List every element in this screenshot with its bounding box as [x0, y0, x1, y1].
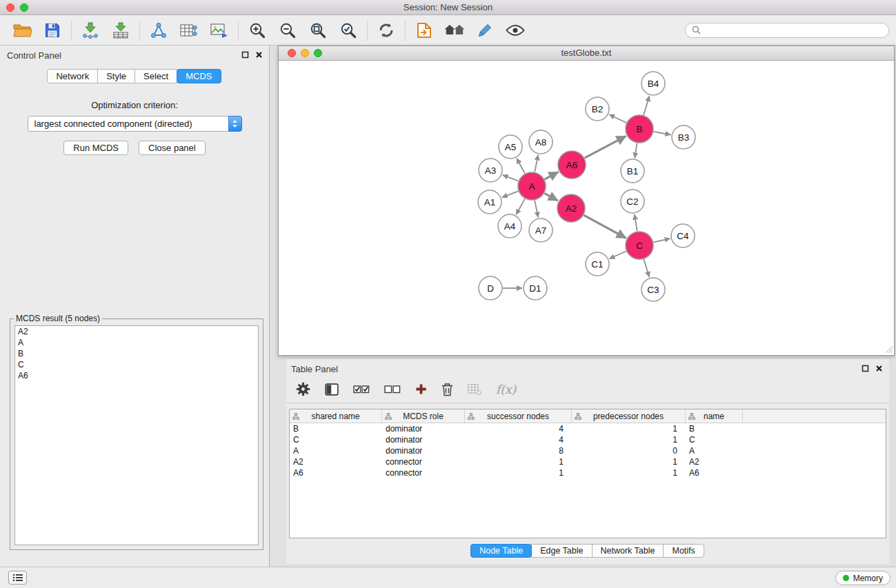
- table-cell[interactable]: C: [290, 435, 382, 445]
- graph-edge-C-C3[interactable]: [644, 259, 649, 277]
- mcds-result-item[interactable]: A2: [15, 326, 258, 337]
- graph-node-D[interactable]: D: [479, 276, 502, 300]
- graph-edge-A-A5[interactable]: [517, 159, 525, 174]
- select-columns-button[interactable]: [325, 383, 339, 396]
- refresh-view-button[interactable]: [371, 17, 401, 43]
- graph-node-B[interactable]: B: [626, 115, 653, 143]
- graph-edge-B-B1[interactable]: [635, 143, 637, 159]
- table-cell[interactable]: A2: [686, 457, 743, 467]
- graph-edge-C-C4[interactable]: [654, 239, 670, 242]
- graph-node-D1[interactable]: D1: [524, 276, 547, 300]
- search-input[interactable]: [704, 26, 882, 35]
- mcds-result-item[interactable]: C: [15, 359, 258, 370]
- graph-edge-C-C2[interactable]: [635, 214, 637, 232]
- import-network-from-file-button[interactable]: [75, 17, 106, 43]
- column-header-successor-nodes[interactable]: successor nodes: [465, 409, 572, 423]
- table-cell[interactable]: B: [686, 424, 743, 434]
- table-cell[interactable]: 4: [465, 424, 572, 434]
- float-table-panel-icon[interactable]: [862, 365, 869, 372]
- graph-edge-A-A4[interactable]: [516, 199, 525, 214]
- table-cell[interactable]: A: [290, 446, 382, 456]
- network-canvas[interactable]: AA2A6BCA1A3A4A5A7A8B1B2B3B4C1C2C3C4DD1: [279, 61, 894, 354]
- graph-edge-A-A2[interactable]: [544, 193, 558, 201]
- table-cell[interactable]: dominator: [382, 435, 465, 445]
- tab-mcds[interactable]: MCDS: [177, 69, 221, 83]
- hide-all-columns-button[interactable]: [384, 385, 401, 394]
- graph-node-B2[interactable]: B2: [586, 97, 609, 121]
- table-row[interactable]: A2connector11A2: [290, 456, 886, 467]
- graph-edge-C-C1[interactable]: [609, 252, 626, 259]
- zoom-selected-button[interactable]: [333, 17, 364, 43]
- close-window-button[interactable]: [6, 3, 14, 12]
- new-network-button[interactable]: [143, 17, 174, 43]
- first-neighbors-button[interactable]: [409, 17, 439, 43]
- tab-select[interactable]: Select: [135, 69, 177, 83]
- table-cell[interactable]: A2: [290, 457, 382, 467]
- titlebar[interactable]: Session: New Session: [0, 0, 896, 15]
- show-graphics-details-button[interactable]: [470, 17, 500, 43]
- graph-node-A1[interactable]: A1: [478, 190, 501, 214]
- table-cell[interactable]: 1: [572, 457, 686, 467]
- graph-node-B4[interactable]: B4: [641, 72, 665, 95]
- table-cell[interactable]: dominator: [382, 446, 465, 456]
- import-table-from-file-button[interactable]: [106, 17, 136, 43]
- home-button[interactable]: [439, 17, 470, 43]
- zoom-in-button[interactable]: [242, 17, 272, 43]
- table-cell[interactable]: dominator: [382, 424, 465, 434]
- table-cell[interactable]: 1: [572, 424, 686, 434]
- run-mcds-button[interactable]: Run MCDS: [63, 141, 128, 155]
- search-box[interactable]: [685, 23, 889, 38]
- graph-node-C3[interactable]: C3: [641, 278, 665, 301]
- tab-style[interactable]: Style: [97, 69, 135, 83]
- table-cell[interactable]: C: [686, 435, 743, 445]
- table-row[interactable]: Adominator80A: [290, 445, 886, 456]
- network-minimize-button[interactable]: [301, 49, 309, 57]
- table-cell[interactable]: connector: [382, 468, 465, 478]
- close-table-panel-icon[interactable]: [875, 365, 883, 372]
- table-cell[interactable]: 1: [572, 468, 686, 478]
- network-close-button[interactable]: [288, 49, 296, 57]
- table-settings-button[interactable]: [296, 382, 310, 396]
- graph-node-B3[interactable]: B3: [672, 125, 695, 149]
- table-cell[interactable]: 1: [465, 468, 572, 478]
- close-panel-icon[interactable]: [255, 51, 263, 59]
- graph-node-C2[interactable]: C2: [621, 190, 644, 213]
- table-cell[interactable]: 1: [465, 457, 572, 467]
- create-new-column-button[interactable]: [415, 383, 427, 395]
- network-zoom-button[interactable]: [314, 49, 322, 57]
- table-cell[interactable]: 8: [465, 446, 572, 456]
- mcds-result-item[interactable]: A6: [15, 370, 258, 381]
- graph-edge-A-A7[interactable]: [535, 201, 538, 218]
- graph-node-A6[interactable]: A6: [558, 151, 586, 179]
- export-image-button[interactable]: [204, 17, 235, 43]
- graph-node-A8[interactable]: A8: [529, 130, 552, 154]
- tab-node-table[interactable]: Node Table: [470, 544, 532, 558]
- table-cell[interactable]: 4: [465, 435, 572, 445]
- graph-node-C1[interactable]: C1: [586, 252, 609, 276]
- save-session-button[interactable]: [37, 17, 68, 43]
- delete-table-button[interactable]: [468, 383, 481, 396]
- tab-motifs[interactable]: Motifs: [663, 544, 704, 558]
- table-cell[interactable]: 1: [572, 435, 686, 445]
- table-row[interactable]: Cdominator41C: [290, 434, 886, 445]
- function-builder-button[interactable]: f(x): [496, 383, 516, 396]
- column-header-predecessor-nodes[interactable]: predecessor nodes: [572, 409, 686, 423]
- graph-node-A5[interactable]: A5: [499, 135, 522, 159]
- graph-node-A[interactable]: A: [518, 172, 546, 200]
- mcds-result-item[interactable]: A: [15, 337, 258, 348]
- network-window-titlebar[interactable]: testGlobe.txt: [279, 46, 894, 61]
- graph-edge-B-B3[interactable]: [654, 132, 671, 135]
- new-network-from-table-button[interactable]: [174, 17, 204, 43]
- table-cell[interactable]: 0: [572, 446, 686, 456]
- graph-edge-A2-C[interactable]: [584, 215, 626, 238]
- graph-node-C4[interactable]: C4: [671, 224, 695, 247]
- task-history-button[interactable]: [8, 571, 27, 585]
- graph-node-A2[interactable]: A2: [557, 194, 585, 222]
- graph-edge-A6-B[interactable]: [585, 136, 626, 158]
- graph-edge-A-A1[interactable]: [502, 191, 519, 197]
- graph-node-A7[interactable]: A7: [529, 219, 552, 242]
- zoom-window-button[interactable]: [20, 3, 28, 12]
- graph-node-A3[interactable]: A3: [479, 159, 502, 182]
- graph-node-C[interactable]: C: [626, 232, 653, 259]
- delete-columns-button[interactable]: [441, 383, 453, 396]
